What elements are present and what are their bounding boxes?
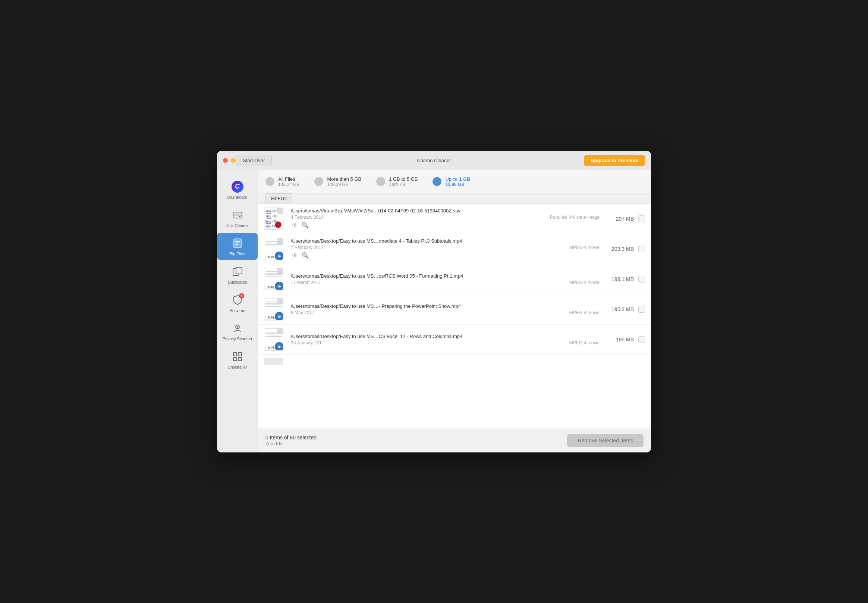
table-row: 0100 0001 1100 1101 1011 1100 0011 1001 … [258, 204, 651, 234]
titlebar-right: Upgrade to Premium [584, 155, 645, 166]
sidebar-item-dashboard[interactable]: C Dashboard [217, 176, 258, 203]
table-row: MPEG4 /Users/tomas/Desktop/Easy to use M… [258, 264, 651, 294]
close-button[interactable] [223, 158, 228, 163]
file-icon-wrap: MPEG4 [264, 328, 286, 351]
svg-point-10 [237, 326, 238, 328]
start-over-button[interactable]: Start Over [236, 155, 272, 166]
partial-row [258, 355, 651, 368]
file-size: 203,3 MB [604, 246, 634, 252]
svg-rect-6 [235, 244, 238, 245]
filter-all-dot [266, 177, 274, 186]
sidebar: C Dashboard Disk Cleaner [217, 170, 258, 452]
file-actions-0: 👁 🔍 [291, 221, 600, 230]
mpeg-overlay [274, 281, 283, 290]
big-files-icon [231, 237, 244, 250]
disk-cleaner-icon [231, 208, 244, 222]
tab-mpeg4[interactable]: MPEG4 [266, 193, 292, 204]
table-row: MPEG4 /Users/tomas/Desktop/Easy to use M… [258, 294, 651, 325]
tab-bar: MPEG4 [258, 193, 651, 204]
filter-5gb[interactable]: More than 5 GB 129,29 GB [314, 176, 361, 187]
sidebar-item-privacy-scanner[interactable]: Privacy Scanner [217, 318, 258, 345]
sidebar-item-big-files[interactable]: Big Files [217, 233, 258, 260]
filter-1gb-active-text: Up to 1 GB 13,96 GB [445, 176, 470, 187]
file-icon: MPEG4 [264, 238, 283, 260]
file-icon-wrap: MPEG4 [264, 268, 286, 290]
file-checkbox-0[interactable] [638, 215, 645, 222]
file-size: 195,2 MB [604, 306, 634, 312]
file-meta: 17 March 2017 MPEG-4 movie [291, 280, 600, 285]
status-text: 0 Items of 80 selected Zero KB [266, 434, 317, 447]
table-row: MPEG4 /Users/tomas/Desktop/Easy to use M… [258, 234, 651, 264]
file-info: /Users/tomas/Desktop/Easy to use MS…rmed… [291, 238, 600, 260]
file-size: 207 MB [604, 216, 634, 222]
file-list-container: 0100 0001 1100 1101 1011 1100 0011 1001 … [258, 204, 651, 428]
svg-rect-13 [234, 357, 237, 361]
privacy-scanner-icon [231, 322, 244, 335]
svg-rect-11 [234, 353, 237, 356]
search-icon[interactable]: 🔍 [301, 221, 309, 230]
filter-all-files[interactable]: All Files 143,24 GB [266, 176, 299, 187]
file-meta: 7 February 2017 MPEG-4 movie [291, 245, 600, 250]
filter-up-to-1gb[interactable]: Up to 1 GB 13,96 GB [433, 176, 470, 187]
filter-1gb-5gb[interactable]: 1 GB to 5 GB Zero KB [376, 176, 418, 187]
mpeg-overlay [274, 311, 283, 320]
file-icon: 0100 0001 1100 1101 1011 1100 0011 1001 … [264, 207, 283, 230]
file-checkbox-3[interactable] [638, 306, 645, 313]
search-icon[interactable]: 🔍 [301, 252, 309, 260]
file-info: /Users/tomas/Desktop/Easy to use MS…os/R… [291, 273, 600, 285]
svg-rect-8 [236, 267, 242, 274]
file-icon-wrap: MPEG4 [264, 298, 286, 320]
filter-1gb-active-dot [433, 177, 441, 186]
svg-rect-14 [238, 357, 241, 361]
preview-icon[interactable]: 👁 [291, 221, 299, 230]
file-list: 0100 0001 1100 1101 1011 1100 0011 1001 … [258, 204, 651, 428]
svg-rect-12 [238, 353, 241, 356]
file-icon: MPEG4 [264, 328, 283, 351]
file-info: /Users/tomas/VirtualBox VMs/Win7/Sn…014-… [291, 208, 600, 230]
table-row: MPEG4 /Users/tomas/Desktop/Easy to use M… [258, 325, 651, 355]
main-layout: C Dashboard Disk Cleaner [217, 170, 651, 452]
svg-rect-5 [235, 243, 240, 243]
svg-point-2 [239, 216, 240, 217]
partial-icon [264, 358, 283, 365]
filter-bar: All Files 143,24 GB More than 5 GB 129,2… [258, 170, 651, 193]
content-area: All Files 143,24 GB More than 5 GB 129,2… [258, 170, 651, 452]
file-info: /Users/tomas/Desktop/Easy to use MS…- Pr… [291, 303, 600, 315]
file-size: 195 MB [604, 337, 634, 343]
filter-1gb-text: 1 GB to 5 GB Zero KB [389, 176, 418, 187]
mpeg-overlay [274, 342, 283, 351]
sidebar-item-duplicates[interactable]: Duplicates [217, 261, 258, 288]
sidebar-item-disk-cleaner[interactable]: Disk Cleaner [217, 205, 258, 232]
upgrade-button[interactable]: Upgrade to Premium [584, 155, 645, 166]
file-meta: 4 February 2014 Parallels VM state image [291, 215, 600, 220]
preview-icon[interactable]: 👁 [291, 252, 299, 260]
file-checkbox-1[interactable] [638, 246, 645, 252]
svg-rect-1 [233, 212, 242, 215]
svg-rect-4 [235, 241, 240, 242]
titlebar: Start Over Combo Cleaner Upgrade to Prem… [217, 151, 651, 170]
file-icon-wrap: MPEG4 [264, 238, 286, 260]
filter-1gb-dot [376, 177, 385, 186]
antivirus-icon: ! [231, 293, 244, 307]
dashboard-icon: C [231, 180, 244, 193]
file-icon: MPEG4 [264, 268, 283, 290]
sidebar-item-uninstaller[interactable]: Uninstaller [217, 346, 258, 373]
minimize-button[interactable] [231, 158, 236, 163]
file-meta: 23 January 2017 MPEG-4 movie [291, 340, 600, 345]
remove-selected-button[interactable]: Remove Selected Items [567, 434, 644, 447]
filter-5gb-text: More than 5 GB 129,29 GB [327, 176, 361, 187]
status-bar: 0 Items of 80 selected Zero KB Remove Se… [258, 428, 651, 452]
app-window: Start Over Combo Cleaner Upgrade to Prem… [217, 151, 651, 452]
file-actions-1: 👁 🔍 [291, 252, 600, 260]
uninstaller-icon [231, 350, 244, 363]
filter-all-text: All Files 143,24 GB [278, 176, 299, 187]
file-checkbox-4[interactable] [638, 336, 645, 343]
file-meta: 8 May 2017 MPEG-4 movie [291, 310, 600, 315]
file-size: 199,1 MB [604, 276, 634, 282]
file-checkbox-2[interactable] [638, 276, 645, 283]
duplicates-icon [231, 265, 244, 278]
filter-5gb-dot [314, 177, 323, 186]
sidebar-item-antivirus[interactable]: ! Antivirus [217, 289, 258, 316]
file-info: /Users/tomas/Desktop/Easy to use MS…CS E… [291, 334, 600, 345]
mpeg-overlay [274, 251, 283, 260]
